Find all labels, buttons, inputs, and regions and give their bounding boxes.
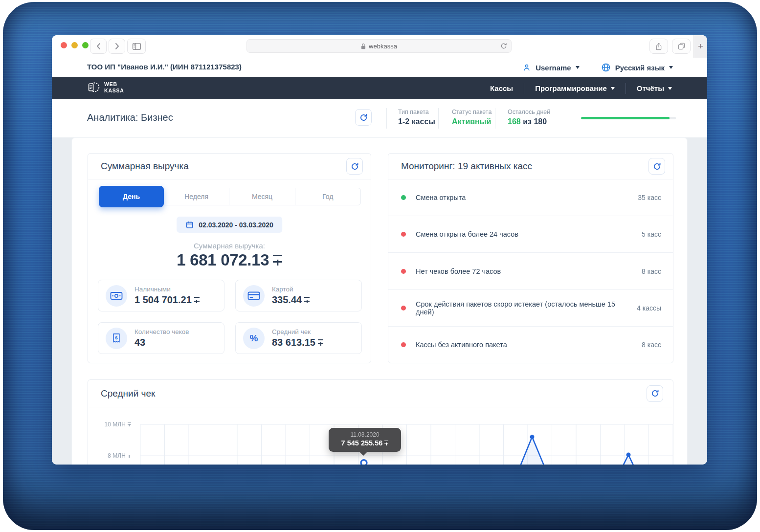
percent-icon: % [243,328,265,349]
company-name: ТОО ИП "Иванов И.И." (ИИН 871121375823) [87,63,242,71]
status-dot-red [401,342,406,347]
tabs-icon [677,42,686,50]
date-range-text: 02.03.2020 - 03.03.2020 [199,221,273,229]
tenge-symbol [128,454,131,458]
status-badge: Активный [452,117,492,126]
tenge-symbol [194,297,200,304]
tenge-symbol [304,297,310,304]
webkassa-logo-icon [87,81,100,94]
tab-overview-button[interactable] [672,39,691,54]
refresh-icon [651,389,659,398]
stat-receipts-count: $ Количество чеков 43 [98,322,224,354]
package-status: Статус пакета Активный [452,109,492,126]
minimize-window-button[interactable] [71,42,78,48]
card-title: Мониторинг: 19 активных касс [401,161,532,172]
total-revenue-card: Суммарная выручка День Неделя Месяц Год … [88,153,371,363]
revenue-stats: Наличными 1 504 701.21 Картой 335.44 [98,280,362,354]
monitoring-row[interactable]: Нет чеков более 72 часов 8 касс [388,252,673,289]
monitoring-row[interactable]: Срок действия пакетов скоро истекает (ос… [388,289,673,326]
total-revenue-label: Суммарная выручка: [88,242,371,250]
tenge-symbol [384,441,388,445]
monitoring-row[interactable]: Смена открыта более 24 часов 5 касс [388,216,673,252]
cash-icon [106,285,127,307]
card-title: Средний чек [101,388,155,399]
package-type: Тип пакета 1-2 кассы [398,109,435,126]
reload-icon[interactable] [500,43,507,51]
main-navbar: WEB KASSA Кассы Программирование Отчёты [52,77,707,99]
refresh-icon [359,113,368,122]
tab-day[interactable]: День [99,186,164,207]
back-button[interactable] [90,39,107,54]
chevron-down-icon [668,87,672,90]
refresh-icon [653,162,661,171]
total-revenue-value: 1 681 072.13 [88,251,371,269]
tenge-symbol [318,339,323,346]
calendar-icon [185,221,194,229]
card-icon [243,285,265,307]
username-menu[interactable]: Username [536,64,571,72]
tenge-symbol [273,255,282,266]
chevron-down-icon[interactable] [669,66,673,69]
chart-tooltip: 11.03.2020 7 545 255.56 [329,428,401,452]
chevron-down-icon[interactable] [576,66,580,69]
language-menu[interactable]: Русский язык [615,64,665,72]
logo-line2: KASSA [104,88,124,93]
new-tab-button[interactable]: + [693,35,707,58]
nav-item-kassy[interactable]: Кассы [489,82,514,94]
nav-item-reports[interactable]: Отчёты [636,82,673,94]
tooltip-date: 11.03.2020 [329,431,401,438]
tooltip-value: 7 545 255.56 [341,439,383,447]
lock-icon [361,43,366,49]
average-check-card: Средний чек 10 МЛН 8 МЛН 11.03.2020 [88,379,673,465]
nav-divider [524,83,524,94]
average-check-chart[interactable] [140,421,673,465]
header-divider [438,108,439,129]
refresh-monitoring-button[interactable] [648,158,665,175]
chevron-right-icon [114,43,120,50]
webkassa-logo[interactable]: WEB KASSA [87,81,124,94]
days-left: Осталось дней 168 из 180 [508,109,550,126]
nav-menu: Кассы Программирование Отчёты [489,77,673,99]
site-topbar: ТОО ИП "Иванов И.И." (ИИН 871121375823) … [52,58,707,77]
tab-year[interactable]: Год [295,188,361,205]
refresh-analytics-button[interactable] [355,109,372,126]
sidebar-icon [132,43,141,50]
period-tabs: День Неделя Месяц Год [99,186,361,207]
monitoring-row[interactable]: Смена открыта 35 касс [388,179,673,216]
y-axis-tick-8mln: 8 МЛН [88,452,131,459]
refresh-chart-button[interactable] [647,385,663,402]
nav-item-programming[interactable]: Программирование [534,82,616,94]
days-left-value: 168 [508,117,521,126]
receipt-icon: $ [106,328,127,349]
refresh-revenue-button[interactable] [346,158,363,175]
stat-cash: Наличными 1 504 701.21 [98,280,224,311]
address-bar[interactable]: webkassa [246,39,512,53]
forward-button[interactable] [109,39,125,54]
header-divider [495,108,495,129]
browser-toolbar: webkassa + [52,35,707,58]
refresh-icon [351,162,359,171]
logo-line1: WEB [104,81,124,87]
tenge-symbol [128,422,131,426]
nav-divider [626,83,626,94]
share-button[interactable] [649,39,668,54]
tab-week[interactable]: Неделя [163,188,229,205]
stat-card: Картой 335.44 [235,280,362,311]
zoom-window-button[interactable] [82,42,89,48]
browser-window: webkassa + ТОО ИП "Иванов И.И." (ИИН 871… [52,35,707,465]
date-range-picker[interactable]: 02.03.2020 - 03.03.2020 [177,217,282,233]
status-dot-green [401,195,406,200]
stat-average-check: % Средний чек 83 613.15 [235,322,362,354]
share-icon [655,42,663,51]
status-dot-red [401,232,406,237]
status-dot-red [401,269,406,274]
tab-month[interactable]: Месяц [229,188,295,205]
sidebar-toggle-button[interactable] [127,39,146,54]
close-window-button[interactable] [61,42,67,48]
card-title: Суммарная выручка [101,161,189,172]
screenshot-canvas: webkassa + ТОО ИП "Иванов И.И." (ИИН 871… [0,0,760,532]
monitoring-row[interactable]: Кассы без активного пакета 8 касс [388,326,673,363]
days-left-total: из 180 [523,117,547,126]
svg-text:$: $ [115,335,118,340]
days-progress-bar [581,117,676,119]
